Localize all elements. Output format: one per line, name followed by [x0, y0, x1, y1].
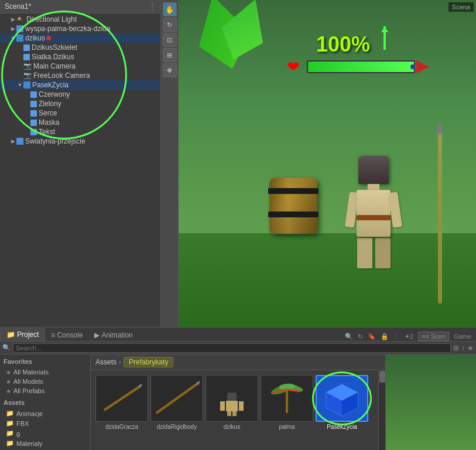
- filter-icon[interactable]: ⊞: [453, 344, 459, 352]
- item-label: Serce: [39, 109, 57, 117]
- tree-item-main-camera[interactable]: 📷 Main Camera: [0, 62, 160, 71]
- rect-tool-button[interactable]: ⊞: [163, 48, 177, 62]
- tag-icon[interactable]: 🔖: [368, 333, 376, 340]
- search-icon[interactable]: 🔍: [345, 333, 353, 340]
- expand-arrow[interactable]: ▶: [9, 26, 16, 32]
- cube-small-icon: [30, 101, 37, 107]
- ground-plane: [179, 233, 476, 327]
- hierarchy-content[interactable]: ▶ ☀ Directional Light ▶ wyspa-palma-becz…: [0, 13, 160, 327]
- tree-item-dzikus[interactable]: ▼ dzikus: [0, 33, 160, 43]
- expand-arrow[interactable]: ▶: [9, 138, 16, 144]
- project-panel: Favorites ★ All Materials ★ All Models ★…: [0, 354, 476, 450]
- health-bar-row: ❤: [287, 59, 429, 75]
- character-object: [347, 156, 400, 268]
- tree-item-dzikus-szkielet[interactable]: DzikusSzkielet: [0, 43, 160, 52]
- heart-icon: ❤: [287, 59, 304, 75]
- cube-icon: [16, 25, 23, 32]
- favorites-sidebar: Favorites ★ All Materials ★ All Models ★…: [0, 354, 91, 450]
- cube-blue-icon: [16, 35, 23, 42]
- breadcrumb-current[interactable]: Prefabrykaty: [124, 357, 173, 367]
- refresh-icon[interactable]: ↻: [358, 333, 363, 340]
- expand-arrow[interactable]: ▼: [16, 82, 23, 88]
- scrollbar-thumb[interactable]: [379, 371, 385, 383]
- transform-tool-button[interactable]: ✥: [163, 63, 177, 77]
- pasek-zycia-thumbnail: [321, 380, 362, 418]
- item-label: Czerwony: [39, 90, 70, 98]
- asset-materialy[interactable]: 📁 Materialy: [4, 438, 87, 448]
- assets-scrollbar[interactable]: [378, 370, 385, 450]
- lock-icon[interactable]: 🔒: [381, 333, 389, 340]
- tree-item-wyspa[interactable]: ▶ wyspa-palma-beczka-dzida: [0, 24, 160, 33]
- asset-card-dzikus[interactable]: dzikus: [206, 375, 258, 445]
- folder-icon: 📁: [6, 410, 14, 417]
- tree-item-serce[interactable]: Serce: [0, 108, 160, 118]
- asset-item-label: Materialy: [16, 440, 43, 447]
- cube-small-icon: [30, 120, 37, 126]
- tree-item-tekst[interactable]: Tekst: [0, 127, 160, 137]
- asset-item-label: g: [16, 430, 20, 437]
- tree-item-siatka-dzikus[interactable]: Siatka.Dzikus: [0, 52, 160, 62]
- barrel-shading: [269, 178, 317, 234]
- item-label: FreeLook Camera: [33, 71, 90, 80]
- svg-rect-7: [227, 393, 237, 401]
- assets-main-panel: Assets › Prefabrykaty: [91, 354, 385, 450]
- cube-icon: [16, 138, 23, 145]
- tree-item-zielony[interactable]: Zielony: [0, 99, 160, 108]
- asset-card-dzida-rigidbody[interactable]: dzidaRigidbody: [150, 375, 203, 445]
- top-row: Scena1* ⋮ ▶ ☀ Directional Light ▶ wyspa-…: [0, 0, 476, 327]
- scene-viewport[interactable]: 100% ❤: [179, 0, 476, 327]
- asset-g[interactable]: 📁 g: [4, 428, 87, 438]
- tab-animation[interactable]: ▶ Animation: [88, 329, 138, 341]
- tab-console[interactable]: ≡ Console: [45, 329, 88, 341]
- hierarchy-header: Scena1* ⋮: [0, 0, 160, 13]
- asset-card-dzida-gracza[interactable]: dzidaGracza: [95, 375, 148, 445]
- breadcrumb-separator: ›: [119, 358, 121, 366]
- svg-rect-11: [227, 411, 231, 416]
- tree-item-freelook-camera[interactable]: 📷 FreeLook Camera: [0, 71, 160, 80]
- breadcrumb: Assets › Prefabrykaty: [91, 354, 385, 370]
- animation-tab-icon: ▶: [94, 331, 100, 339]
- asset-card-pasek-zycia[interactable]: PasekZycia: [316, 375, 368, 445]
- project-search-input[interactable]: [13, 343, 451, 353]
- asset-card-palma[interactable]: palma: [261, 375, 313, 445]
- more-icon[interactable]: ⋮: [393, 333, 400, 340]
- camera-icon: 📷: [23, 71, 32, 80]
- svg-rect-10: [239, 401, 244, 411]
- expand-arrow[interactable]: ▼: [9, 35, 16, 41]
- tree-item-directional-light[interactable]: ▶ ☀ Directional Light: [0, 15, 160, 24]
- expand-arrow[interactable]: ▶: [9, 16, 16, 22]
- asset-thumb-dzida-rigidbody: [150, 375, 203, 422]
- hand-tool-button[interactable]: ✋: [163, 2, 177, 16]
- tree-item-maska[interactable]: Maska: [0, 118, 160, 127]
- fav-all-prefabs[interactable]: ★ All Prefabs: [4, 386, 87, 396]
- tree-item-pasek-zycia[interactable]: ▼ PasekZycia: [0, 80, 160, 90]
- camera-icon: 📷: [23, 62, 32, 70]
- asset-name-dzida-rigidbody: dzidaRigidbody: [150, 424, 203, 430]
- asset-fbx[interactable]: 📁 FBX: [4, 418, 87, 428]
- hierarchy-menu-icon[interactable]: ⋮: [149, 2, 156, 11]
- character-legs: [347, 238, 400, 268]
- asset-animacje[interactable]: 📁 Animacje: [4, 408, 87, 418]
- breadcrumb-root[interactable]: Assets: [95, 358, 117, 366]
- rotate-tool-button[interactable]: ↻: [163, 18, 177, 32]
- scene-panel-label[interactable]: ≡≡ Scen: [418, 332, 449, 341]
- barrel-object: [269, 178, 317, 236]
- item-label: wyspa-palma-beczka-dzida: [25, 25, 110, 33]
- tab-project[interactable]: 📁 Project: [0, 328, 45, 341]
- sort-icon[interactable]: ↕: [461, 344, 465, 352]
- tree-item-swiatynia[interactable]: ▶ Swiatynia-przejscie: [0, 137, 160, 146]
- star-filter-icon[interactable]: ★: [467, 344, 474, 352]
- asset-thumb-wrapper-pasek: [316, 375, 368, 422]
- scene-toolbar: ✋ ↻ ⊡ ⊞ ✥: [161, 0, 179, 327]
- asset-name-dzikus: dzikus: [206, 424, 258, 430]
- item-label: DzikusSzkielet: [32, 43, 77, 52]
- folder-icon: 📁: [6, 420, 14, 427]
- scale-tool-button[interactable]: ⊡: [163, 33, 177, 47]
- spear-object: [436, 121, 444, 304]
- character-leg-left: [357, 238, 372, 268]
- item-label: Directional Light: [26, 15, 77, 23]
- tree-item-czerwony[interactable]: Czerwony: [0, 90, 160, 99]
- fav-all-materials[interactable]: ★ All Materials: [4, 367, 87, 377]
- fav-all-models[interactable]: ★ All Models: [4, 377, 87, 386]
- game-panel-label[interactable]: Game: [454, 333, 471, 340]
